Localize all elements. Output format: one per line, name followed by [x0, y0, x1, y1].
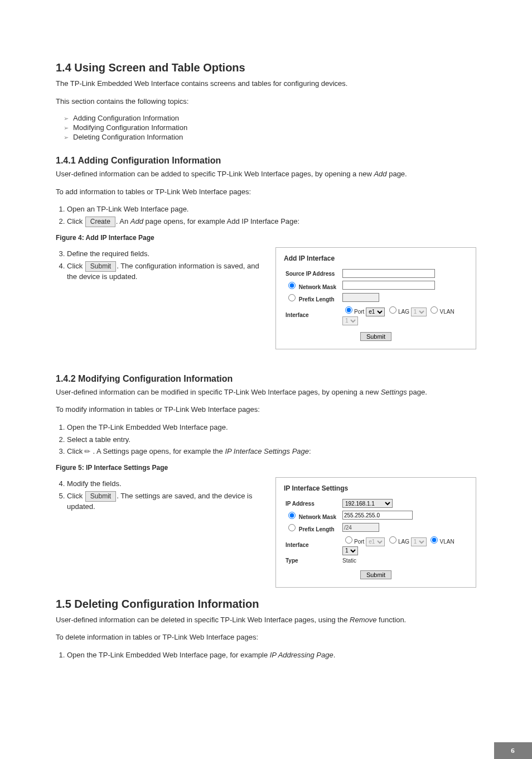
lag-radio[interactable] — [389, 306, 396, 314]
paragraph: This section contains the following topi… — [56, 97, 476, 107]
network-mask-input[interactable] — [342, 511, 413, 520]
paragraph: User-defined information can be added to… — [56, 169, 476, 179]
step: Click Create. An Add page opens, for exa… — [67, 217, 476, 227]
vlan-select[interactable]: 1 — [342, 316, 358, 325]
steps-list: Modify the fields. Click Submit. The set… — [56, 479, 262, 512]
panel-submit-button[interactable]: Submit — [360, 570, 391, 579]
paragraph: User-defined information can be modified… — [56, 387, 476, 397]
port-radio[interactable] — [345, 536, 352, 544]
step: Click Submit. The settings are saved, an… — [67, 491, 262, 512]
prefix-length-radio[interactable] — [288, 294, 296, 301]
list-item: Adding Configuration Information — [64, 114, 476, 122]
prefix-length-input[interactable] — [342, 293, 379, 302]
network-mask-input[interactable] — [342, 281, 435, 290]
label-ip-address: IP Address — [284, 498, 341, 509]
paragraph: To modify information in tables or TP-Li… — [56, 405, 476, 415]
panel-submit-button[interactable]: Submit — [360, 332, 391, 341]
panel-title: IP Interface Settings — [284, 484, 468, 492]
heading-1-4-2: 1.4.2 Modifying Configuration Informatio… — [56, 374, 476, 384]
label-interface: Interface — [284, 534, 341, 556]
label-network-mask: Network Mask — [299, 284, 336, 290]
step: Open an TP-Link Web Interface page. — [67, 204, 476, 215]
ip-address-select[interactable]: 192.168.1.1 — [342, 499, 393, 508]
list-item: Modifying Configuration Information — [64, 123, 476, 132]
figure-5-panel: IP Interface Settings IP Address 192.168… — [275, 477, 476, 588]
figure-5-caption: Figure 5: IP Interface Settings Page — [56, 464, 476, 472]
label-interface: Interface — [284, 304, 341, 326]
port-radio[interactable] — [345, 306, 352, 314]
step: Select a table entry. — [67, 435, 476, 445]
step: Open the TP-Link Embedded Web Interface … — [67, 650, 476, 661]
submit-button[interactable]: Submit — [85, 491, 116, 502]
figure-4-caption: Figure 4: Add IP Interface Page — [56, 234, 476, 242]
heading-1-4-1: 1.4.1 Adding Configuration Information — [56, 156, 476, 166]
vlan-radio[interactable] — [431, 306, 438, 314]
heading-1-4: 1.4 Using Screen and Table Options — [56, 61, 476, 74]
step: Click ✎ . A Settings page opens, for exa… — [67, 446, 476, 457]
submit-button[interactable]: Submit — [85, 261, 116, 272]
step: Define the required fields. — [67, 249, 262, 260]
prefix-length-radio[interactable] — [288, 524, 296, 531]
list-item: Deleting Configuration Information — [64, 133, 476, 141]
lag-select[interactable]: 1 — [411, 537, 427, 546]
steps-list: Open the TP-Link Embedded Web Interface … — [56, 422, 476, 458]
step: Modify the fields. — [67, 479, 262, 489]
paragraph: To add information to tables or TP-Link … — [56, 187, 476, 197]
panel-title: Add IP Interface — [284, 254, 468, 262]
step: Open the TP-Link Embedded Web Interface … — [67, 422, 476, 433]
label-prefix: Prefix Length — [299, 296, 335, 302]
lag-select[interactable]: 1 — [411, 308, 427, 316]
steps-list: Open an TP-Link Web Interface page. Clic… — [56, 204, 476, 227]
network-mask-radio[interactable] — [288, 282, 296, 289]
vlan-radio[interactable] — [431, 536, 438, 544]
port-select[interactable]: e1 — [366, 537, 385, 546]
paragraph: To delete information in tables or TP-Li… — [56, 632, 476, 642]
step: Click Submit. The configuration informat… — [67, 261, 262, 282]
create-button[interactable]: Create — [85, 217, 115, 227]
source-ip-input[interactable] — [342, 269, 435, 278]
prefix-length-input[interactable] — [342, 523, 379, 532]
type-value: Static — [341, 556, 468, 565]
paragraph: User-defined information can be deleted … — [56, 615, 476, 625]
network-mask-radio[interactable] — [288, 512, 296, 519]
label-source-ip: Source IP Address — [284, 268, 341, 279]
heading-1-5: 1.5 Deleting Configuration Information — [56, 598, 476, 611]
port-select[interactable]: e1 — [366, 308, 385, 316]
label-type: Type — [284, 556, 341, 565]
label-prefix: Prefix Length — [299, 526, 335, 532]
page-number: 6 — [494, 742, 532, 759]
topic-list: Adding Configuration Information Modifyi… — [56, 114, 476, 141]
figure-4-panel: Add IP Interface Source IP Address Netwo… — [275, 247, 476, 349]
vlan-select[interactable]: 1 — [342, 546, 358, 555]
lag-radio[interactable] — [389, 536, 396, 544]
paragraph: The TP-Link Embedded Web Interface conta… — [56, 79, 476, 89]
steps-list: Define the required fields. Click Submit… — [56, 249, 262, 282]
label-network-mask: Network Mask — [299, 514, 336, 520]
steps-list: Open the TP-Link Embedded Web Interface … — [56, 650, 476, 661]
